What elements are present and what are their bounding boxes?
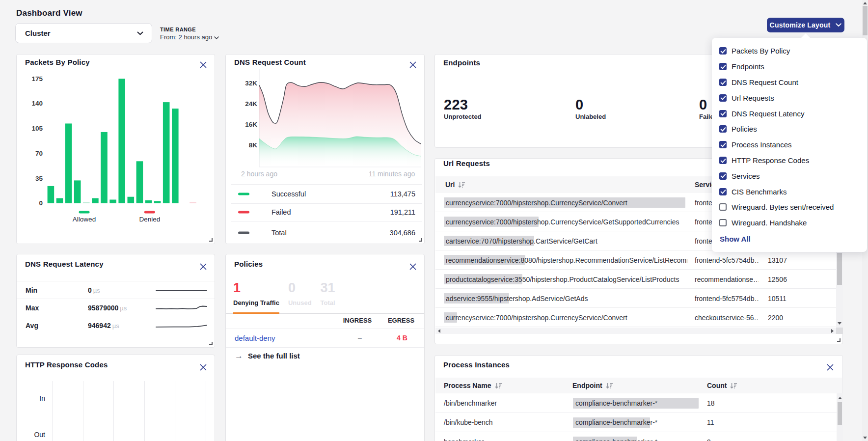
scrollbar-thumb[interactable]	[863, 6, 868, 35]
menu-item-packets-by-policy[interactable]: Packets By Policy	[712, 43, 867, 59]
scroll-left-icon[interactable]	[438, 329, 440, 333]
count-cell: 11	[707, 418, 714, 426]
dns-area-chart: 32K24K16K8K2 hours ago11 minutes ago	[226, 55, 424, 180]
menu-item-label: Services	[732, 172, 760, 180]
checkbox-checked-icon[interactable]	[719, 79, 727, 86]
checkbox-checked-icon[interactable]	[719, 188, 727, 195]
checkbox-checked-icon[interactable]	[719, 157, 727, 164]
resize-handle-icon[interactable]	[419, 238, 422, 242]
svg-text:11 minutes ago: 11 minutes ago	[369, 170, 415, 178]
resize-handle-icon[interactable]	[209, 342, 213, 345]
checkbox-checked-icon[interactable]	[719, 172, 727, 180]
scroll-up-icon[interactable]	[863, 2, 867, 4]
url-cell: currencyservice:7000/hipstershop.Currenc…	[446, 314, 687, 322]
menu-item-wireguard-handshake[interactable]: Wireguard. Handshake	[712, 215, 867, 231]
show-all-link[interactable]: Show All	[720, 235, 751, 243]
count-cell: 9	[707, 438, 711, 441]
menu-item-wireguard-bytes-sent-received[interactable]: Wireguard. Bytes sent/received	[712, 199, 867, 215]
svg-text:2 hours ago: 2 hours ago	[241, 170, 277, 178]
menu-item-dns-request-count[interactable]: DNS Request Count	[712, 75, 867, 90]
value-number: 946942	[88, 322, 111, 330]
resize-handle-icon[interactable]	[209, 238, 213, 242]
customize-layout-label: Customize Layout	[770, 21, 831, 29]
menu-item-url-requests[interactable]: Url Requests	[712, 90, 867, 106]
menu-item-policies[interactable]: Policies	[712, 121, 867, 137]
process-table-row[interactable]: benchmarkercompliance-benchmarker-*9	[435, 432, 837, 441]
cluster-select[interactable]: Cluster	[15, 23, 152, 43]
policies-tab-unused[interactable]: 0Unused	[288, 281, 312, 313]
checkbox-unchecked-icon[interactable]	[719, 219, 727, 226]
menu-item-process-instances[interactable]: Process Instances	[712, 137, 867, 153]
close-icon[interactable]	[200, 364, 207, 371]
checkbox-checked-icon[interactable]	[719, 110, 727, 117]
checkbox-checked-icon[interactable]	[719, 141, 727, 148]
svg-text:24K: 24K	[245, 100, 257, 108]
endpoint-stat: 223Unprotected	[444, 98, 482, 120]
menu-item-endpoints[interactable]: Endpoints	[712, 59, 867, 75]
service-cell: checkoutservice-56…	[695, 314, 759, 322]
arrow-right-icon: →	[235, 352, 243, 360]
svg-text:70: 70	[35, 150, 43, 157]
close-icon[interactable]	[827, 364, 834, 371]
svg-text:16K: 16K	[245, 121, 257, 128]
url-table-row[interactable]: productcatalogservice:3550/hipstershop.P…	[435, 270, 836, 289]
service-cell: frontend-5fc5754db…	[695, 295, 759, 303]
menu-item-label: HTTP Response Codes	[732, 156, 809, 165]
scrollbar-thumb[interactable]	[837, 253, 842, 285]
scrollbar-thumb[interactable]	[838, 402, 842, 425]
policies-tab-total[interactable]: 31Total	[321, 281, 335, 313]
time-range-value[interactable]: From: 2 hours ago	[160, 33, 219, 41]
url-column-header[interactable]: Url	[445, 176, 465, 193]
url-table-horizontal-scrollbar[interactable]	[435, 328, 836, 334]
process-table-row[interactable]: /bin/benchmarkercompliance-benchmarker-*…	[435, 393, 837, 413]
process-table-vertical-scrollbar[interactable]	[837, 393, 843, 441]
tab-label: Denying Traffic	[233, 299, 279, 306]
process-table-header: Process Name Endpoint Count	[435, 378, 842, 393]
policy-link[interactable]: default-deny	[235, 334, 275, 342]
customize-layout-button[interactable]: Customize Layout	[767, 18, 844, 32]
menu-item-services[interactable]: Services	[712, 168, 867, 184]
time-range-label: TIME RANGE	[160, 27, 219, 32]
close-icon[interactable]	[409, 263, 416, 270]
gridline	[52, 381, 53, 441]
value-number: 0	[88, 286, 92, 294]
process-name-column-header[interactable]: Process Name	[444, 378, 502, 393]
scroll-down-icon[interactable]	[838, 322, 841, 325]
endpoint-cell: compliance-benchmarker-*	[575, 418, 657, 426]
process-name-cell: benchmarker	[444, 438, 484, 441]
scroll-down-icon[interactable]	[863, 437, 867, 439]
policy-ingress-value: –	[358, 334, 362, 342]
endpoint-cell: compliance-benchmarker-*	[575, 399, 657, 407]
count-cell: 2200	[768, 314, 783, 322]
dropdown-caret	[801, 33, 810, 38]
svg-text:0: 0	[39, 199, 43, 207]
checkbox-checked-icon[interactable]	[719, 47, 727, 55]
process-table-row[interactable]: /bin/kube-benchcompliance-benchmarker-*1…	[435, 413, 837, 433]
endpoint-column-header[interactable]: Endpoint	[572, 378, 613, 393]
count-column-header[interactable]: Count	[707, 378, 737, 393]
menu-item-http-response-codes[interactable]: HTTP Response Codes	[712, 153, 867, 168]
checkbox-checked-icon[interactable]	[719, 63, 727, 70]
dns-legend-row: Successful113,475	[231, 184, 422, 203]
checkbox-unchecked-icon[interactable]	[719, 203, 727, 211]
gridline	[113, 381, 114, 441]
endpoint-cell: compliance-benchmarker-*	[575, 438, 657, 441]
menu-item-label: Packets By Policy	[732, 47, 790, 55]
url-table-row[interactable]: recommendationservice:8080/hipstershop.R…	[435, 250, 836, 270]
scroll-right-icon[interactable]	[831, 329, 834, 333]
resize-handle-icon[interactable]	[837, 338, 841, 342]
scroll-up-icon[interactable]	[838, 397, 842, 399]
url-cell: recommendationservice:8080/hipstershop.R…	[446, 256, 687, 264]
checkbox-checked-icon[interactable]	[719, 125, 727, 133]
url-table-row[interactable]: adservice:9555/hipstershop.AdService/Get…	[435, 289, 836, 308]
checkbox-checked-icon[interactable]	[719, 94, 727, 102]
svg-text:32K: 32K	[245, 80, 257, 87]
menu-item-cis-benchmarks[interactable]: CIS Benchmarks	[712, 184, 867, 199]
close-icon[interactable]	[200, 263, 207, 270]
menu-item-dns-request-latency[interactable]: DNS Request Latency	[712, 106, 867, 121]
column-header-label: Process Name	[444, 382, 491, 389]
url-table-row[interactable]: currencyservice:7000/hipstershop.Currenc…	[435, 308, 836, 327]
gridline	[144, 381, 145, 441]
policies-tab-denying-traffic[interactable]: 1Denying Traffic	[233, 281, 279, 313]
see-full-list-link[interactable]: → See the full list	[235, 352, 300, 360]
